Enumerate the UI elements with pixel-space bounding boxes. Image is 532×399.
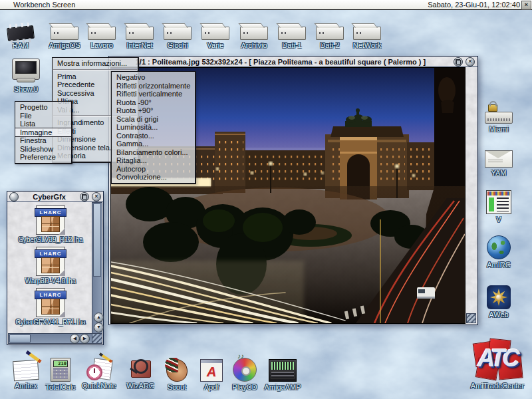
cybergfx-titlebar[interactable]: CyberGfx ×: [7, 192, 103, 202]
desktop-icon-dati2[interactable]: Dati-2: [311, 20, 349, 49]
desktop-icon-aweb[interactable]: AWeb: [478, 281, 519, 319]
desktop-icon-network[interactable]: NetWork: [348, 20, 386, 49]
menu-item[interactable]: Convoluzione...: [112, 173, 195, 182]
depth-gadget[interactable]: [80, 192, 89, 201]
icon-label: NetWork: [348, 41, 386, 49]
desktop-icon-giochi[interactable]: Giochi: [158, 20, 197, 49]
desktop-icon-internet[interactable]: InterNet: [120, 20, 159, 49]
menu-item[interactable]: Progetto: [15, 103, 71, 112]
menu-item[interactable]: Luminosità...: [112, 123, 195, 132]
icon-label: AmIRC: [478, 261, 519, 269]
icon-label: V: [478, 215, 519, 223]
file-icon-cybergfx[interactable]: LHARC CyberGFXV41_R71.lha: [9, 288, 92, 326]
menu-item[interactable]: Ruota +90°: [112, 106, 195, 115]
desktop-icon-amigaamp[interactable]: AmigaAMP: [263, 354, 302, 391]
desktop-icon-archivio[interactable]: Archivio: [235, 20, 273, 49]
monitor-icon: [12, 59, 40, 80]
menu-item[interactable]: Autocrop: [112, 165, 195, 174]
modem-lock-icon: [485, 112, 513, 124]
globe-icon: [487, 235, 511, 259]
cybergfx-file-area: LHARC CyberGLV39_R12.lha LHARC Warp3D-V4…: [9, 202, 92, 334]
close-ball-gadget[interactable]: [9, 192, 19, 201]
desktop-icon-scout[interactable]: Scout: [158, 354, 196, 391]
desktop-icon-miami[interactable]: Miami: [478, 100, 519, 133]
disk-drive-icon: [278, 27, 306, 40]
desktop-icon-amigaos[interactable]: AmigaOS: [45, 20, 84, 49]
vertical-scrollbar[interactable]: ▲ ▼: [92, 202, 102, 334]
menu-item[interactable]: Finestra: [15, 136, 71, 145]
menu-item[interactable]: Negativo: [112, 73, 195, 82]
scroll-down-icon[interactable]: ▼: [94, 323, 104, 332]
disk-drive-icon: [353, 27, 381, 40]
viewer-titlebar[interactable]: 1/1 : Politeama.jpg 532x392x24 - [ Piazz…: [109, 57, 477, 67]
scroll-left-icon[interactable]: ◀: [70, 334, 80, 344]
close-icon[interactable]: ×: [466, 57, 475, 66]
screen-title: Workbench Screen: [0, 1, 428, 9]
icon-label: AmiTradeCenter: [467, 382, 528, 390]
icon-label: YAM: [478, 169, 519, 177]
horizontal-scrollbar[interactable]: ◀ ▶: [8, 333, 92, 344]
desktop-icon-quicknote[interactable]: QuickNote: [80, 354, 118, 390]
desktop-icon-amitradecenter[interactable]: ATC AmiTradeCenter: [467, 339, 528, 390]
disk-drive-icon: [51, 27, 78, 40]
menu-item[interactable]: Mostra informazioni...: [53, 59, 138, 68]
screen-depth-gadget[interactable]: ×: [521, 1, 531, 10]
scroll-up-icon[interactable]: ▲: [94, 313, 104, 323]
menu-item[interactable]: Lista: [15, 120, 71, 128]
menu-item[interactable]: Ruota -90°: [112, 98, 195, 107]
lharc-archive-icon: LHARC: [36, 247, 65, 276]
menu-item[interactable]: Preferenze: [15, 153, 71, 162]
menu-item[interactable]: Gamma...: [112, 140, 195, 148]
desktop-icon-yam[interactable]: YAM: [478, 141, 519, 177]
desktop-icon-varie[interactable]: Varie: [196, 20, 235, 49]
scroll-right-icon[interactable]: ▶: [80, 334, 90, 344]
menu-item[interactable]: Bilanciamento colori...: [112, 148, 195, 157]
horizontal-scroll-thumb[interactable]: [9, 334, 31, 342]
icon-label: Varie: [196, 41, 235, 49]
menu-item[interactable]: Scala di grigi: [112, 115, 195, 124]
desktop-icon-show0[interactable]: Show.0: [7, 57, 45, 93]
desktop-icon-dati1[interactable]: Dati-1: [273, 20, 311, 49]
resize-handle[interactable]: [466, 313, 476, 323]
desktop-icon-totalcalc[interactable]: 210 TotalCalc: [41, 354, 80, 391]
clock: Sabato, 23-Giu-01, 12:02:40: [428, 1, 532, 9]
icon-label: TotalCalc: [41, 383, 80, 391]
menu-item[interactable]: Ritaglia...: [112, 156, 195, 165]
desktop-icon-playcd[interactable]: PlayCD: [225, 354, 264, 391]
workbench-screen: Workbench Screen Sabato, 23-Giu-01, 12:0…: [0, 0, 532, 399]
document-window-icon: [486, 190, 511, 214]
resize-handle[interactable]: [92, 333, 102, 344]
screen-titlebar[interactable]: Workbench Screen Sabato, 23-Giu-01, 12:0…: [0, 0, 532, 10]
menu-item-selected[interactable]: Immagine: [15, 128, 71, 137]
icon-label: Archivio: [235, 41, 273, 49]
desktop-icon-amirc[interactable]: AmIRC: [478, 231, 519, 269]
desktop-icon-v[interactable]: V: [478, 186, 519, 223]
disk-drive-icon: [88, 27, 116, 40]
menu-item[interactable]: Contrasto...: [112, 132, 195, 140]
icon-label: InterNet: [120, 41, 159, 49]
file-icon-cybergl[interactable]: LHARC CyberGLV39_R12.lha: [9, 205, 92, 243]
desktop-icon-lavoro[interactable]: Lavoro: [82, 20, 121, 49]
menu-item[interactable]: Rifletti orizzontalmente: [112, 82, 195, 90]
atc-logo-text: ATC: [471, 344, 523, 372]
menu-item[interactable]: Rifletti verticalmente: [112, 90, 195, 98]
desktop-icon-ram[interactable]: RAM: [1, 20, 40, 49]
zoom-gadget[interactable]: [454, 57, 463, 66]
menu-item[interactable]: Slideshow: [15, 145, 71, 154]
icon-label: Scout: [158, 383, 196, 391]
menu-item[interactable]: File: [15, 112, 71, 120]
disk-drive-icon: [316, 27, 344, 40]
icon-label: PlayCD: [225, 383, 264, 391]
icon-label: AmigaOS: [45, 41, 84, 49]
desktop-icon-amitex[interactable]: Amitex: [7, 354, 45, 390]
desktop-icon-wizarc[interactable]: WizARC: [121, 354, 160, 390]
file-icon-warp3d[interactable]: LHARC Warp3D-V4.0.lha: [9, 247, 92, 285]
magnifier-box-icon: [128, 359, 152, 380]
menu-panel-effects: Negativo Rifletti orizzontalmente Riflet…: [111, 71, 196, 184]
vertical-scroll-thumb[interactable]: [93, 203, 101, 277]
icon-label: QuickNote: [80, 382, 118, 390]
file-label: Warp3D-V4.0.lha: [9, 277, 92, 285]
disk-drive-icon: [240, 27, 268, 40]
close-icon[interactable]: ×: [92, 192, 101, 201]
disk-drive-icon: [201, 27, 229, 40]
